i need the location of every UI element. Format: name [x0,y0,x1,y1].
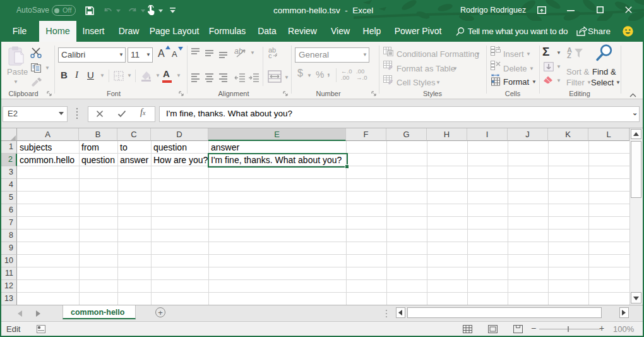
svg-text:c: c [268,52,272,59]
svg-text:ab: ab [234,47,243,56]
